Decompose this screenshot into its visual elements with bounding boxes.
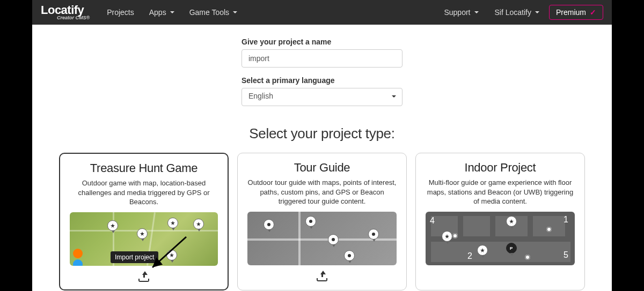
chevron-down-icon	[170, 11, 174, 13]
nav-label: Apps	[149, 8, 166, 17]
import-tooltip: Import project	[111, 251, 158, 263]
svg-point-3	[332, 238, 335, 241]
map-pin-icon	[442, 231, 452, 242]
map-pin-icon	[506, 216, 517, 227]
card-indoor-project[interactable]: Indoor Project Multi-floor guide or game…	[415, 153, 585, 290]
project-name-label: Give your project a name	[241, 38, 402, 46]
project-name-input[interactable]	[241, 49, 402, 68]
check-icon: ✓	[590, 8, 596, 17]
map-pin-icon	[477, 245, 488, 256]
premium-label: Premium	[556, 8, 586, 17]
chevron-down-icon	[535, 11, 539, 13]
map-pin-icon	[167, 218, 178, 228]
card-thumbnail	[247, 212, 397, 265]
brand-name: Locatify	[41, 4, 90, 16]
card-desc: Multi-floor guide or game experience wit…	[426, 178, 575, 206]
map-pin-icon	[368, 229, 379, 240]
import-project-button[interactable]	[137, 271, 150, 282]
svg-point-5	[372, 233, 375, 236]
beacon-dot-icon	[546, 227, 552, 232]
svg-point-4	[348, 254, 351, 257]
beacon-dot-icon	[452, 233, 458, 238]
map-pin-icon	[137, 228, 148, 239]
map-pin-icon	[328, 234, 339, 245]
map-pin-icon	[344, 250, 355, 261]
nav-support[interactable]: Support	[437, 4, 485, 21]
beacon-dot-icon	[525, 255, 530, 260]
map-pin-icon	[107, 220, 118, 231]
player-marker-icon	[73, 259, 83, 266]
card-title: Treasure Hunt Game	[70, 161, 218, 175]
project-type-cards: Treasure Hunt Game Outdoor game with map…	[32, 153, 612, 290]
card-desc: Outdoor game with map, location-based ch…	[70, 178, 218, 207]
card-treasure-hunt[interactable]: Treasure Hunt Game Outdoor game with map…	[59, 153, 229, 290]
map-pin-icon	[305, 216, 316, 227]
import-project-button[interactable]	[316, 271, 328, 281]
chevron-down-icon	[474, 11, 479, 13]
floor-number: 2	[467, 251, 472, 261]
floor-number: 1	[564, 215, 568, 225]
chevron-down-icon	[233, 11, 237, 13]
brand-logo[interactable]: Locatify Creator CMS®	[41, 4, 90, 20]
card-desc: Outdoor tour guide with maps, points of …	[247, 178, 397, 206]
nav-apps[interactable]: Apps	[143, 4, 181, 21]
map-pin-icon	[166, 250, 177, 260]
card-thumbnail: 4 1 2 5 P	[426, 212, 575, 265]
svg-text:P: P	[510, 246, 513, 251]
svg-point-1	[267, 223, 270, 226]
brand-subtitle: Creator CMS®	[57, 16, 90, 20]
premium-button[interactable]: Premium ✓	[549, 5, 603, 20]
language-value: English	[248, 92, 273, 100]
nav-label: Game Tools	[189, 8, 229, 17]
section-title: Select your project type:	[32, 125, 612, 142]
user-name: Sif Locatify	[495, 8, 531, 17]
nav-label: Projects	[107, 8, 134, 17]
nav-label: Support	[444, 8, 470, 17]
map-pin-icon	[193, 219, 204, 229]
map-pin-icon	[264, 219, 274, 230]
card-title: Indoor Project	[426, 161, 575, 175]
parking-pin-icon: P	[506, 243, 517, 253]
floor-number: 5	[564, 250, 568, 260]
nav-user[interactable]: Sif Locatify	[488, 4, 546, 21]
player-marker-icon	[73, 249, 83, 258]
svg-point-2	[309, 220, 312, 223]
navbar: Locatify Creator CMS® Projects Apps Game…	[32, 0, 612, 25]
nav-projects[interactable]: Projects	[100, 4, 141, 21]
nav-game-tools[interactable]: Game Tools	[183, 4, 244, 21]
language-label: Select a primary language	[241, 76, 402, 85]
language-select[interactable]: English	[241, 88, 402, 106]
card-tour-guide[interactable]: Tour Guide Outdoor tour guide with maps,…	[237, 153, 407, 290]
card-title: Tour Guide	[247, 161, 397, 175]
floor-number: 4	[430, 216, 435, 226]
